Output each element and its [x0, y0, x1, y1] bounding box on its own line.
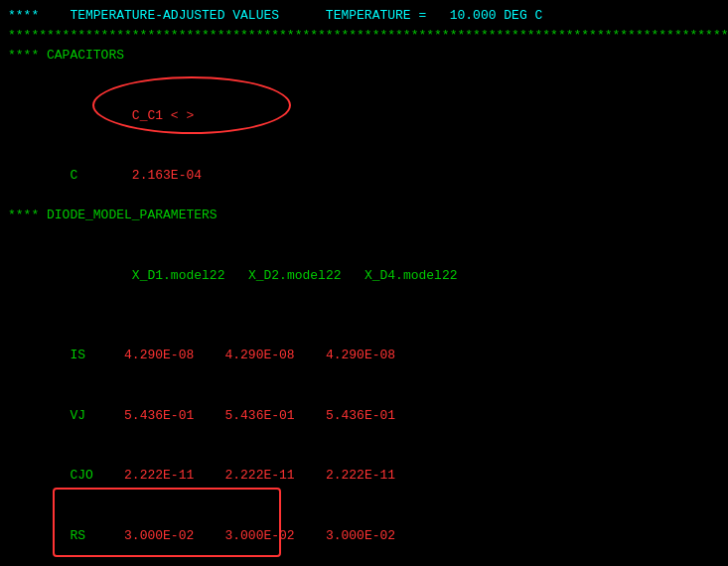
- diode-param-CJO: CJO 2.222E-11 2.222E-11 2.222E-11: [8, 446, 720, 505]
- capacitor-c-param: C 2.163E-04: [8, 146, 720, 206]
- diode-param-IS: IS 4.290E-08 4.290E-08 4.290E-08: [8, 326, 720, 385]
- header-title-line: **** TEMPERATURE-ADJUSTED VALUES TEMPERA…: [8, 6, 720, 26]
- diode-label: **** DIODE_MODEL_PARAMETERS: [8, 206, 720, 225]
- header-divider: ****************************************…: [8, 26, 720, 46]
- capacitor-component-name: C_C1 < >: [8, 86, 720, 146]
- diode-empty-2: [8, 306, 720, 326]
- capacitor-name-indent: [39, 108, 132, 123]
- diode-empty-1: [8, 226, 720, 246]
- capacitors-label: **** CAPACITORS: [8, 46, 720, 66]
- capacitors-empty-1: [8, 66, 720, 85]
- capacitor-param-label: C: [39, 168, 132, 183]
- diode-param-VJ: VJ 5.436E-01 5.436E-01 5.436E-01: [8, 386, 720, 446]
- diode-param-RS: RS 3.000E-02 3.000E-02 3.000E-02: [8, 506, 720, 566]
- capacitor-param-value: 2.163E-04: [132, 168, 202, 183]
- main-container: **** TEMPERATURE-ADJUSTED VALUES TEMPERA…: [8, 6, 720, 566]
- diode-col-headers: X_D1.model22 X_D2.model22 X_D4.model22: [8, 246, 720, 306]
